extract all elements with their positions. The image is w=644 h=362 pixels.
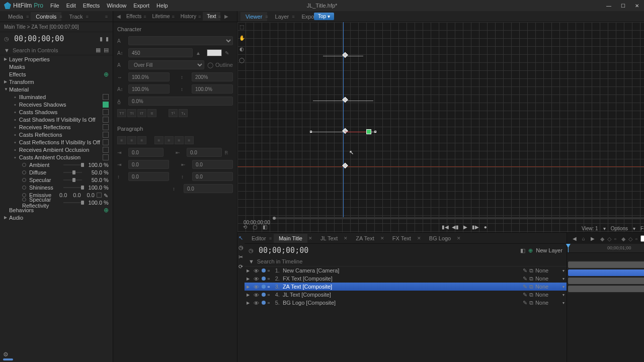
blend-mode[interactable]: None xyxy=(535,284,560,290)
expand-icon[interactable]: ▶ xyxy=(247,293,252,297)
align-tt[interactable]: TT xyxy=(117,109,126,117)
visibility-icon[interactable]: 👁 xyxy=(254,292,260,297)
material-item[interactable]: Cast Reflections If Visibility Is Off xyxy=(19,139,103,145)
blend-mode[interactable]: None xyxy=(535,276,560,282)
options-menu[interactable]: Options xyxy=(609,226,630,231)
tab-jl-text[interactable]: JL Text xyxy=(315,234,343,243)
edit-icon[interactable]: ✎ xyxy=(523,284,527,290)
space-after[interactable] xyxy=(192,172,233,181)
link-icon[interactable]: ⎘ xyxy=(225,150,233,155)
timeline-ruler[interactable]: 00;00;01;00 00;00;02;00 00;00;03;00 00;0… xyxy=(567,244,644,253)
material-item[interactable]: Casts Reflections xyxy=(19,132,103,138)
checkbox[interactable] xyxy=(103,132,109,138)
tab-fx-text[interactable]: FX Text xyxy=(387,234,416,243)
tab-effects-mid[interactable]: Effects xyxy=(122,12,145,21)
checkbox[interactable] xyxy=(103,117,109,123)
material-item[interactable]: Receives Ambient Occlusion xyxy=(19,147,103,153)
expand-icon[interactable]: ▶ xyxy=(247,301,252,305)
layer-name[interactable]: BG Logo [Composite] xyxy=(282,300,521,306)
menu-edit[interactable]: Edit xyxy=(66,3,76,9)
tab-editor[interactable]: Editor xyxy=(247,234,271,243)
edit-icon[interactable]: ✎ xyxy=(523,300,527,306)
tab-viewer[interactable]: Viewer xyxy=(240,12,267,21)
clip-fx[interactable] xyxy=(568,261,644,268)
leading[interactable] xyxy=(128,84,170,94)
align-right[interactable]: ≡ xyxy=(137,136,146,144)
transform[interactable]: Transform xyxy=(9,79,109,85)
slider-value[interactable]: 100.0 % xyxy=(86,185,109,191)
tab-history[interactable]: History xyxy=(177,12,200,21)
layer-lock-icon[interactable]: ▫ xyxy=(268,292,273,298)
add-effect-icon[interactable]: ⊕ xyxy=(104,71,109,78)
expand-icon[interactable]: ▶ xyxy=(247,268,252,273)
viewer-scrubber[interactable] xyxy=(273,217,644,219)
link-icon[interactable]: ⧉ xyxy=(529,292,533,298)
kf-2-icon[interactable]: ◇ xyxy=(607,236,612,241)
slider-value[interactable]: 50.0 % xyxy=(86,169,109,175)
kf-6-icon[interactable]: ▫ xyxy=(635,236,640,241)
indent-right[interactable] xyxy=(187,148,222,157)
justify-left[interactable]: ≡ xyxy=(154,136,164,144)
nav-next-icon[interactable]: ▶ xyxy=(223,14,230,19)
hand-tool-icon[interactable]: ✋ xyxy=(238,35,246,42)
checkbox[interactable] xyxy=(103,154,109,160)
material[interactable]: Material xyxy=(9,86,109,93)
keyframe-next-icon[interactable]: ▮ xyxy=(106,36,109,42)
material-item[interactable]: Illuminated xyxy=(19,94,103,100)
step-back-icon[interactable]: ◀▮ xyxy=(452,224,459,231)
edit-icon[interactable]: ✎ xyxy=(523,267,527,274)
keyframe-toggle[interactable] xyxy=(22,186,26,190)
playhead[interactable] xyxy=(568,244,569,252)
tab-bg-logo[interactable]: BG Logo xyxy=(424,234,456,243)
checkbox[interactable] xyxy=(103,124,109,130)
new-layer-button[interactable]: New Layer xyxy=(536,247,562,253)
loop-icon[interactable]: ⟲ xyxy=(242,224,249,231)
eyedropper-icon[interactable]: ✎ xyxy=(104,193,109,198)
tl-zoom-slider[interactable] xyxy=(2,358,642,361)
dropdown-icon[interactable]: ▾ xyxy=(562,285,565,289)
record-icon[interactable]: ● xyxy=(482,224,489,231)
space-before[interactable] xyxy=(128,172,169,181)
space-extra[interactable] xyxy=(184,184,233,193)
view-count[interactable]: View: 1 xyxy=(580,226,600,231)
filter-icon[interactable]: ▼ xyxy=(4,47,10,53)
dropdown-icon[interactable]: ▾ xyxy=(562,268,565,273)
outline-toggle-icon[interactable]: ◯ xyxy=(207,62,213,68)
kf-4-icon[interactable]: ◆ xyxy=(621,236,626,241)
checkbox[interactable] xyxy=(103,94,109,100)
blend-mode[interactable]: None xyxy=(535,300,560,306)
close-button[interactable]: ✕ xyxy=(632,3,642,9)
link-icon[interactable]: ⧉ xyxy=(529,284,533,290)
keyframe-toggle[interactable] xyxy=(22,178,26,182)
tl-home-icon[interactable]: ⌂ xyxy=(580,236,587,241)
color-picker-icon[interactable] xyxy=(97,193,102,198)
clip-jl[interactable] xyxy=(568,278,644,284)
align-left[interactable]: ≡ xyxy=(117,136,126,144)
tab-main-title[interactable]: Main Title xyxy=(274,234,307,243)
kf-1-icon[interactable]: ◆ xyxy=(600,236,605,241)
search-input[interactable] xyxy=(13,47,93,53)
slider-label[interactable]: Shininess xyxy=(29,185,53,191)
material-item[interactable]: Cast Shadows If Visibility Is Off xyxy=(19,117,103,123)
layer-name[interactable]: New Camera [Camera] xyxy=(282,267,521,274)
align-center[interactable]: ≡ xyxy=(127,136,136,144)
slider-label[interactable]: Diffuse xyxy=(29,169,46,175)
layer-color-icon[interactable] xyxy=(262,277,266,281)
green-handle[interactable] xyxy=(366,129,371,134)
add-behavior-icon[interactable]: ⊕ xyxy=(104,207,109,214)
timeline-search[interactable] xyxy=(257,258,562,264)
menu-effects[interactable]: Effects xyxy=(83,3,100,9)
justify-center[interactable]: ≡ xyxy=(165,136,174,144)
keyframe-prev-icon[interactable]: ▮ xyxy=(100,36,103,42)
layer-color-icon[interactable] xyxy=(262,268,266,273)
add-icon[interactable]: ⊕ xyxy=(528,247,533,254)
visibility-icon[interactable]: 👁 xyxy=(254,276,260,281)
play-icon[interactable]: ▶ xyxy=(462,224,469,231)
material-item[interactable]: Casts Ambient Occlusion xyxy=(19,154,103,160)
font-size[interactable] xyxy=(128,48,193,57)
layer-lock-icon[interactable]: ▫ xyxy=(268,284,273,290)
edit-icon[interactable]: ✎ xyxy=(523,276,527,282)
tl-next-icon[interactable]: ▶ xyxy=(589,236,596,241)
checkbox[interactable] xyxy=(103,109,109,115)
slider[interactable] xyxy=(63,187,82,188)
